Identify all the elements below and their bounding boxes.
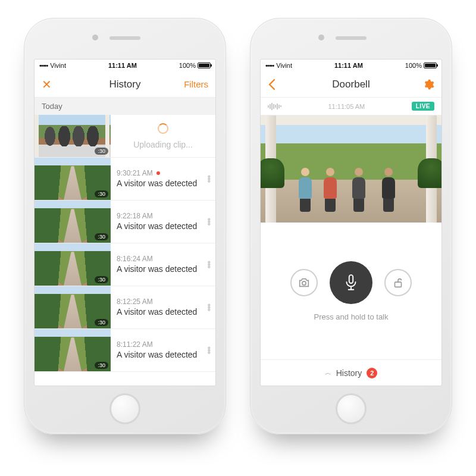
recording-dot-icon <box>156 171 160 175</box>
clip-duration-badge: :30 <box>95 233 108 240</box>
clip-thumbnail: :30 <box>35 201 111 243</box>
page-title: History <box>77 79 173 90</box>
clip-duration-badge: :30 <box>95 276 108 283</box>
clip-thumbnail: :30 <box>35 158 111 200</box>
phone-doorbell: ••••• Vivint 11:11 AM 100% Doorbell <box>250 18 452 434</box>
phone-speaker <box>109 36 140 40</box>
uploading-label: Uploading clip... <box>133 140 193 149</box>
filters-button[interactable]: Filters <box>184 79 208 89</box>
signal-dots: ••••• <box>39 62 48 69</box>
battery-indicator: 100% <box>405 62 437 69</box>
clip-title: A visitor was detected <box>117 264 209 274</box>
chevron-up-icon: ︿ <box>325 368 331 377</box>
carrier-label: Vivint <box>276 62 292 69</box>
clip-body: 8:11:22 AM A visitor was detected ••• <box>111 329 215 371</box>
carrier-label: Vivint <box>50 62 66 69</box>
nav-bar: Doorbell <box>261 71 441 98</box>
svg-rect-1 <box>349 275 353 283</box>
battery-pct: 100% <box>179 62 196 69</box>
more-icon[interactable]: ••• <box>207 261 211 268</box>
screen-history: ••••• Vivint 11:11 AM 100% ✕ History Fil… <box>34 59 216 386</box>
clip-row[interactable]: :30 8:16:24 AM A visitor was detected ••… <box>35 243 215 286</box>
talk-button[interactable] <box>330 261 372 304</box>
status-time: 11:11 AM <box>66 62 179 69</box>
live-timestamp: 11:11:05 AM <box>281 103 412 110</box>
settings-button[interactable] <box>422 79 434 90</box>
battery-indicator: 100% <box>179 62 211 69</box>
front-camera <box>318 35 324 40</box>
more-icon[interactable]: ••• <box>207 176 211 183</box>
clip-body: Uploading clip... <box>111 115 215 157</box>
more-icon[interactable]: ••• <box>207 304 211 311</box>
battery-pct: 100% <box>405 62 422 69</box>
live-subbar: 11:11:05 AM LIVE <box>261 98 441 115</box>
spinner-icon <box>158 123 168 134</box>
clip-time: 8:16:24 AM <box>117 255 153 263</box>
phone-history: ••••• Vivint 11:11 AM 100% ✕ History Fil… <box>24 18 226 434</box>
clip-row[interactable]: :30 9:22:18 AM A visitor was detected ••… <box>35 201 215 243</box>
clip-time: 9:22:18 AM <box>117 212 153 220</box>
clip-duration-badge: :30 <box>95 148 108 155</box>
status-time: 11:11 AM <box>292 62 405 69</box>
clip-body: 9:22:18 AM A visitor was detected ••• <box>111 201 215 243</box>
history-count-badge: 2 <box>367 368 377 378</box>
history-label: History <box>336 368 362 378</box>
home-button[interactable] <box>336 393 367 424</box>
clip-body: 8:12:25 AM A visitor was detected ••• <box>111 286 215 328</box>
unlock-icon <box>392 276 405 289</box>
status-bar: ••••• Vivint 11:11 AM 100% <box>261 60 441 71</box>
clip-thumbnail: :30 <box>35 286 111 328</box>
more-icon[interactable]: ••• <box>207 347 211 354</box>
clip-duration-badge: :30 <box>95 319 108 326</box>
clip-time: 8:11:22 AM <box>117 340 153 349</box>
close-icon[interactable]: ✕ <box>42 77 52 92</box>
clip-title: A visitor was detected <box>117 221 209 231</box>
clip-row[interactable]: :30 9:30:21 AM A visitor was detected ••… <box>35 158 215 201</box>
clip-row[interactable]: :30 8:12:25 AM A visitor was detected ••… <box>35 286 215 329</box>
clip-duration-badge: :30 <box>95 190 108 198</box>
talk-hint: Press and hold to talk <box>314 312 388 321</box>
section-header-today: Today <box>35 98 215 115</box>
more-icon[interactable]: ••• <box>207 218 211 226</box>
signal-dots: ••••• <box>265 62 274 69</box>
clip-duration-badge: :30 <box>95 362 108 369</box>
clip-thumbnail: :30 <box>35 243 111 286</box>
back-icon[interactable] <box>268 79 276 90</box>
clip-body: 8:16:24 AM A visitor was detected ••• <box>111 243 215 286</box>
screen-doorbell: ••••• Vivint 11:11 AM 100% Doorbell <box>260 59 442 386</box>
front-camera <box>92 35 98 40</box>
call-controls: Press and hold to talk <box>261 223 441 359</box>
svg-rect-2 <box>395 282 402 287</box>
unlock-button[interactable] <box>384 269 412 296</box>
clip-thumbnail: :30 <box>35 329 111 371</box>
svg-point-0 <box>302 281 306 284</box>
gear-icon <box>422 79 434 90</box>
microphone-icon <box>343 274 359 292</box>
battery-icon <box>198 62 211 68</box>
home-button[interactable] <box>109 393 140 424</box>
clip-row[interactable]: :30 8:11:22 AM A visitor was detected ••… <box>35 329 215 372</box>
live-badge: LIVE <box>412 102 434 111</box>
history-drawer[interactable]: ︿ History 2 <box>261 359 441 386</box>
clip-time: 9:30:21 AM <box>117 169 153 177</box>
page-title: Doorbell <box>303 79 399 90</box>
audio-wave-icon <box>268 103 281 110</box>
clip-time: 8:12:25 AM <box>117 298 153 306</box>
status-bar: ••••• Vivint 11:11 AM 100% <box>35 60 215 71</box>
clip-title: A visitor was detected <box>117 350 209 360</box>
camera-icon <box>298 276 311 289</box>
clip-body: 9:30:21 AM A visitor was detected ••• <box>111 158 215 200</box>
clip-uploading[interactable]: :30 Uploading clip... <box>35 115 215 158</box>
phone-speaker <box>336 36 367 40</box>
snapshot-button[interactable] <box>290 269 318 296</box>
battery-icon <box>424 62 437 68</box>
clip-title: A visitor was detected <box>117 307 209 317</box>
live-video[interactable] <box>261 115 441 223</box>
clip-thumbnail: :30 <box>35 115 111 157</box>
clip-title: A visitor was detected <box>117 178 209 189</box>
nav-bar: ✕ History Filters <box>35 71 215 98</box>
